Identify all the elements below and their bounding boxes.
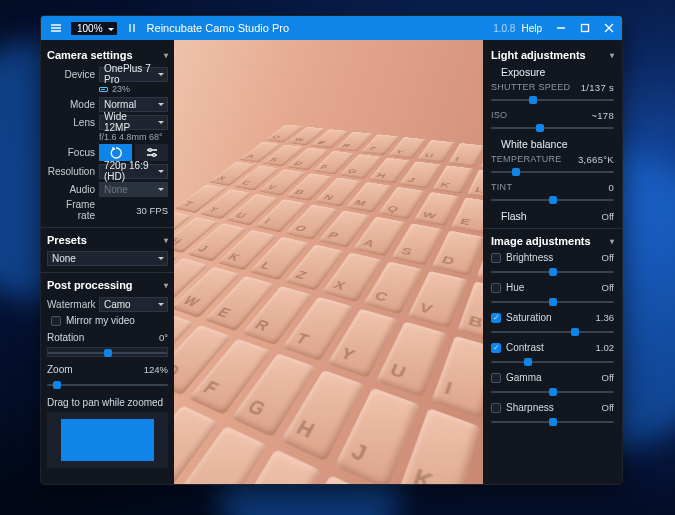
svg-point-10 (148, 148, 151, 151)
gamma-value: Off (602, 372, 615, 383)
lens-select[interactable]: Wide 12MP (99, 115, 168, 130)
zoom-value: 124% (144, 364, 168, 375)
sharpness-slider[interactable] (491, 416, 614, 428)
resolution-select[interactable]: 720p 16:9 (HD) (99, 164, 168, 179)
focus-sliders-button[interactable] (135, 144, 168, 161)
hue-checkbox[interactable]: HueOff (491, 282, 614, 293)
svg-rect-6 (582, 25, 589, 32)
contrast-checkbox[interactable]: ✓Contrast1.02 (491, 342, 614, 353)
device-label: Device (47, 69, 95, 80)
video-preview[interactable]: QWERTYUIOPASDFGHJKLZXCVBNMQWERTYUIOPASDF… (174, 40, 483, 484)
gamma-slider[interactable] (491, 386, 614, 398)
audio-label: Audio (47, 184, 95, 195)
brightness-value: Off (602, 252, 615, 263)
tint-value: 0 (608, 182, 614, 193)
light-adjustments-header[interactable]: Light adjustments▾ (491, 49, 614, 61)
watermark-label: Watermark (47, 299, 95, 310)
titlebar-zoom-dropdown[interactable]: 100% (71, 22, 117, 35)
frame-rate-value: 30 FPS (136, 205, 168, 216)
shutter-speed-label: SHUTTER SPEED (491, 82, 570, 93)
exposure-link[interactable]: Exposure (501, 66, 614, 78)
shutter-speed-slider[interactable] (491, 94, 614, 106)
image-adjustments-header[interactable]: Image adjustments▾ (491, 235, 614, 247)
saturation-slider[interactable] (491, 326, 614, 338)
iso-label: ISO (491, 110, 507, 121)
flash-link[interactable]: FlashOff (501, 210, 614, 222)
right-panel: Light adjustments▾ Exposure SHUTTER SPEE… (483, 40, 622, 484)
resolution-label: Resolution (47, 166, 95, 177)
post-processing-header[interactable]: Post processing▾ (47, 279, 168, 291)
brightness-slider[interactable] (491, 266, 614, 278)
sharpness-value: Off (602, 402, 615, 413)
iso-slider[interactable] (491, 122, 614, 134)
iso-value: ~178 (591, 110, 614, 121)
saturation-checkbox[interactable]: ✓Saturation1.36 (491, 312, 614, 323)
battery-icon (99, 87, 108, 92)
help-button[interactable]: Help (521, 23, 542, 34)
titlebar: 100% Reincubate Camo Studio Pro 1.0.8 He… (41, 16, 622, 40)
preset-select[interactable]: None (47, 251, 168, 266)
left-panel: Camera settings▾ Device OnePlus 7 Pro 23… (41, 40, 174, 484)
frame-rate-label: Frame rate (47, 199, 95, 221)
hue-slider[interactable] (491, 296, 614, 308)
presets-header[interactable]: Presets▾ (47, 234, 168, 246)
version-label: 1.0.8 (493, 23, 515, 34)
hue-value: Off (602, 282, 615, 293)
tint-label: TINT (491, 182, 512, 193)
audio-select[interactable]: None (99, 182, 168, 197)
saturation-value: 1.36 (596, 312, 615, 323)
focus-label: Focus (47, 147, 95, 158)
temperature-label: TEMPERATURE (491, 154, 562, 165)
gamma-checkbox[interactable]: GammaOff (491, 372, 614, 383)
svg-point-12 (152, 153, 155, 156)
pause-icon[interactable] (121, 17, 143, 39)
camera-settings-header[interactable]: Camera settings▾ (47, 49, 168, 61)
mode-label: Mode (47, 99, 95, 110)
mode-select[interactable]: Normal (99, 97, 168, 112)
watermark-select[interactable]: Camo (99, 297, 168, 312)
rotation-slider[interactable] (47, 347, 168, 357)
close-icon[interactable] (598, 17, 620, 39)
brightness-checkbox[interactable]: BrightnessOff (491, 252, 614, 263)
temperature-value: 3,665°K (578, 154, 614, 165)
zoom-slider[interactable] (47, 379, 168, 391)
rotation-label: Rotation (47, 332, 84, 343)
mirror-video-checkbox[interactable]: Mirror my video (47, 315, 168, 326)
menu-icon[interactable] (45, 17, 67, 39)
sharpness-checkbox[interactable]: SharpnessOff (491, 402, 614, 413)
shutter-speed-value: 1/137 s (581, 82, 614, 93)
battery-info: 23% (47, 84, 168, 94)
flash-value: Off (602, 211, 615, 222)
white-balance-link[interactable]: White balance (501, 138, 614, 150)
contrast-slider[interactable] (491, 356, 614, 368)
autofocus-button[interactable] (99, 144, 132, 161)
pan-area[interactable] (47, 412, 168, 468)
pan-hint: Drag to pan while zoomed (47, 397, 168, 408)
device-select[interactable]: OnePlus 7 Pro (99, 67, 168, 82)
zoom-label: Zoom (47, 364, 73, 375)
lens-spec: f/1.6 4.8mm 68° (47, 132, 168, 142)
lens-label: Lens (47, 117, 95, 128)
contrast-value: 1.02 (596, 342, 615, 353)
minimize-icon[interactable] (550, 17, 572, 39)
rotation-value: 0° (159, 332, 168, 343)
temperature-slider[interactable] (491, 166, 614, 178)
tint-slider[interactable] (491, 194, 614, 206)
maximize-icon[interactable] (574, 17, 596, 39)
app-title: Reincubate Camo Studio Pro (147, 22, 289, 34)
app-window: 100% Reincubate Camo Studio Pro 1.0.8 He… (40, 15, 623, 485)
